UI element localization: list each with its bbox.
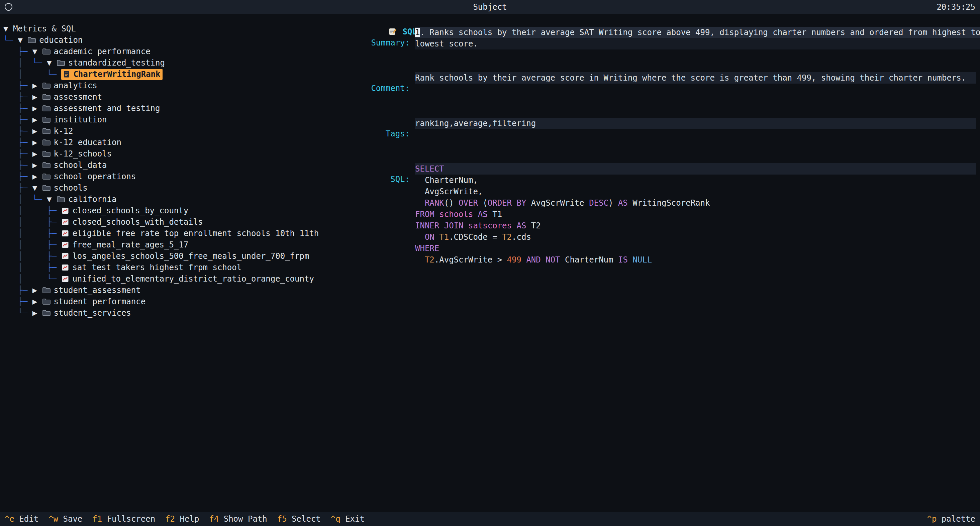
expand-arrow-icon[interactable]: ▶ [32, 126, 42, 136]
tree-node[interactable]: analytics [42, 81, 97, 90]
expand-arrow-icon[interactable]: ▶ [32, 308, 42, 318]
tree-node[interactable]: student_performance [42, 297, 146, 306]
tree-guide-lines: ├─ [3, 161, 32, 170]
collapse-arrow-icon[interactable]: ▼ [3, 24, 13, 33]
tree-item-closed-schools-with-details[interactable]: │ ├─ closed_schools_with_details [3, 216, 350, 228]
expand-arrow-icon[interactable]: ▶ [32, 149, 42, 159]
tree-node[interactable]: eligible_free_rate_top_enrollment_school… [61, 229, 319, 238]
sql-token [522, 255, 526, 264]
tree-item-eligible-free-rate-top-enrollment-schools-10th-11th[interactable]: │ ├─ eligible_free_rate_top_enrollment_s… [3, 228, 350, 239]
detail-panel: SQL: CharterWritingRank Summary: 1. Rank… [350, 14, 980, 512]
tree-node[interactable]: california [57, 195, 117, 204]
tree-item-student-assessment[interactable]: ├─ ▶ student_assessment [3, 284, 350, 296]
tree-node[interactable]: schools [42, 183, 88, 192]
expand-arrow-icon[interactable]: ▶ [32, 104, 42, 113]
tree-item-k-12[interactable]: ├─ ▶ k-12 [3, 126, 350, 137]
summary-text: . Ranks schools by their average SAT Wri… [420, 28, 980, 37]
tree-item-institution[interactable]: ├─ ▶ institution [3, 114, 350, 126]
collapse-arrow-icon[interactable]: ▼ [47, 195, 57, 204]
footer-binding-select[interactable]: f5 Select [277, 514, 321, 524]
tree-node[interactable]: sat_test_takers_highest_frpm_school [61, 263, 242, 272]
sql-editor[interactable]: SELECT CharterNum, AvgScrWrite, RANK() O… [415, 163, 976, 265]
footer-binding-save[interactable]: ^w Save [48, 514, 82, 524]
sql-token [415, 255, 425, 264]
tree-item-school-data[interactable]: ├─ ▶ school_data [3, 159, 350, 171]
tree-node[interactable]: k-12 [42, 126, 73, 136]
footer-binding-edit[interactable]: ^e Edit [5, 514, 38, 524]
expand-arrow-icon[interactable]: ▶ [32, 286, 42, 295]
tree-item-k-12-schools[interactable]: ├─ ▶ k-12_schools [3, 148, 350, 159]
tree-item-student-services[interactable]: └─ ▶ student_services [3, 307, 350, 319]
sql-token: OVER [458, 198, 478, 208]
tree-node[interactable]: Metrics & SQL [13, 24, 76, 33]
sql-token: T2 [526, 221, 541, 230]
tree-guide-lines: ├─ [3, 172, 32, 181]
tree-node[interactable]: assessment_and_testing [42, 104, 160, 113]
footer-binding-exit[interactable]: ^q Exit [331, 514, 364, 524]
collapse-arrow-icon[interactable]: ▼ [47, 58, 57, 68]
tags-input[interactable]: ranking,average,filtering [415, 118, 976, 152]
summary-field-row: Summary: 1. Ranks schools by their avera… [350, 27, 976, 61]
sql-token: AS [516, 221, 526, 230]
tree-node[interactable]: k-12_education [42, 138, 121, 147]
footer-palette-binding[interactable]: ^p palette [927, 514, 976, 524]
collapse-arrow-icon[interactable]: ▼ [18, 35, 27, 45]
collapse-arrow-icon[interactable]: ▼ [32, 47, 42, 56]
tree-item-free-meal-rate-ages-5-17[interactable]: │ ├─ free_meal_rate_ages_5_17 [3, 239, 350, 251]
tree-node[interactable]: institution [42, 115, 107, 124]
tree-node[interactable]: school_data [42, 161, 107, 170]
tree-item-charterwritingrank[interactable]: │ └─ CharterWritingRank [3, 68, 350, 80]
tree-guide-lines: ├─ [3, 138, 32, 147]
key-combo: f2 [165, 514, 175, 524]
tree-node[interactable]: student_assessment [42, 286, 141, 295]
tree-item-metrics-sql[interactable]: ▼ Metrics & SQL [3, 23, 350, 35]
tree-item-los-angeles-schools-500-free-meals-under-700-frpm[interactable]: │ ├─ los_angeles_schools_500_free_meals_… [3, 251, 350, 262]
footer-binding-fullscreen[interactable]: f1 Fullscreen [92, 514, 155, 524]
tree-node[interactable]: unified_to_elementary_district_ratio_ora… [61, 274, 314, 284]
expand-arrow-icon[interactable]: ▶ [32, 92, 42, 102]
sql-token: DESC [589, 198, 608, 208]
tree-item-standardized-testing[interactable]: │ └─ ▼ standardized_testing [3, 57, 350, 68]
tree-item-assessment[interactable]: ├─ ▶ assessment [3, 91, 350, 103]
tree-item-unified-to-elementary-district-ratio-orange-county[interactable]: │ └─ unified_to_elementary_district_rati… [3, 273, 350, 284]
tree-item-education[interactable]: └─ ▼ education [3, 35, 350, 46]
tree-item-analytics[interactable]: ├─ ▶ analytics [3, 80, 350, 91]
footer-binding-help[interactable]: f2 Help [165, 514, 199, 524]
key-action-label: Select [287, 514, 321, 524]
tree-node[interactable]: assessment [42, 92, 102, 102]
tree-item-student-performance[interactable]: ├─ ▶ student_performance [3, 296, 350, 307]
expand-arrow-icon[interactable]: ▶ [32, 297, 42, 306]
expand-arrow-icon[interactable]: ▶ [32, 81, 42, 90]
tree-node[interactable]: closed_schools_by_county [61, 206, 188, 215]
tree-node[interactable]: closed_schools_with_details [61, 217, 203, 227]
comment-input[interactable]: Rank schools by their average score in W… [415, 72, 976, 106]
tree-node[interactable]: academic_performance [42, 47, 151, 56]
footer-binding-show-path[interactable]: f4 Show Path [209, 514, 267, 524]
sql-token: T1 [488, 210, 502, 219]
summary-input[interactable]: 1. Ranks schools by their average SAT Wr… [415, 27, 980, 61]
tree-node[interactable]: student_services [42, 308, 131, 318]
expand-arrow-icon[interactable]: ▶ [32, 138, 42, 147]
tree-node[interactable]: standardized_testing [57, 58, 165, 68]
tree-node[interactable]: school_operations [42, 172, 136, 181]
tree-item-school-operations[interactable]: ├─ ▶ school_operations [3, 171, 350, 182]
tree-node[interactable]: education [27, 35, 83, 45]
header-bar: Subject 20:35:25 [0, 0, 980, 14]
tree-item-schools[interactable]: ├─ ▼ schools [3, 182, 350, 194]
sql-token: .cds [512, 232, 531, 242]
tree-item-california[interactable]: │ └─ ▼ california [3, 194, 350, 205]
expand-arrow-icon[interactable]: ▶ [32, 161, 42, 170]
tree-item-closed-schools-by-county[interactable]: │ ├─ closed_schools_by_county [3, 205, 350, 216]
tree-node[interactable]: los_angeles_schools_500_free_meals_under… [61, 251, 309, 261]
footer-binding-palette[interactable]: ^p palette [927, 514, 976, 524]
selected-tree-node[interactable]: CharterWritingRank [61, 69, 162, 80]
tree-item-academic-performance[interactable]: ├─ ▼ academic_performance [3, 46, 350, 57]
tree-item-sat-test-takers-highest-frpm-school[interactable]: │ ├─ sat_test_takers_highest_frpm_school [3, 262, 350, 273]
expand-arrow-icon[interactable]: ▶ [32, 172, 42, 181]
expand-arrow-icon[interactable]: ▶ [32, 115, 42, 124]
tree-item-assessment-and-testing[interactable]: ├─ ▶ assessment_and_testing [3, 103, 350, 114]
tree-node[interactable]: free_meal_rate_ages_5_17 [61, 240, 188, 249]
tree-item-k-12-education[interactable]: ├─ ▶ k-12_education [3, 137, 350, 148]
tree-node[interactable]: k-12_schools [42, 149, 112, 159]
collapse-arrow-icon[interactable]: ▼ [32, 183, 42, 192]
